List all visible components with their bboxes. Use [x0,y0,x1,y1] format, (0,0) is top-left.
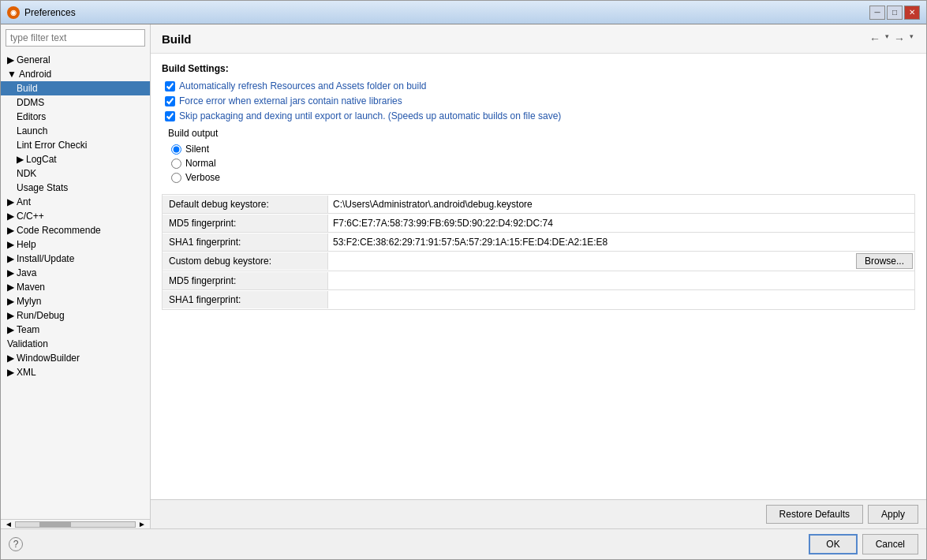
keystore-row-custom: Custom debug keystore: Browse... [163,252,914,271]
radio-normal-label[interactable]: Normal [185,158,216,169]
sidebar-item-label: Lint Error Checki [17,140,87,151]
sidebar-item-label: Install/Update [17,253,74,264]
force-error-checkbox[interactable] [165,96,175,106]
sidebar-item-logcat[interactable]: ▶ LogCat [1,152,150,166]
sidebar-item-cpp[interactable]: ▶ C/C++ [1,209,150,223]
title-bar: ◉ Preferences ─ □ ✕ [1,1,926,24]
sidebar-item-android[interactable]: ▼ Android [1,67,150,81]
sidebar-item-usage-stats[interactable]: Usage Stats [1,181,150,195]
build-output-title: Build output [168,128,915,139]
md5-value-custom [328,278,914,283]
help-button[interactable]: ? [9,537,23,551]
forward-icon[interactable]: → [892,31,906,47]
auto-refresh-label[interactable]: Automatically refresh Resources and Asse… [179,80,427,91]
sidebar-item-label: LogCat [26,154,57,165]
bottom-bar: ? OK Cancel [1,528,926,559]
sha1-label-custom: SHA1 fingerprint: [163,291,328,308]
skip-packaging-checkbox[interactable] [165,111,175,121]
sidebar-item-mylyn[interactable]: ▶ Mylyn [1,294,150,308]
sidebar-item-maven[interactable]: ▶ Maven [1,280,150,294]
scrollbar-track[interactable] [15,521,136,528]
sidebar-item-build[interactable]: Build [1,81,150,95]
tree-area: ▶ General ▼ Android Build DDMS Editors [1,51,150,519]
sidebar-item-label: Team [17,324,39,335]
custom-keystore-input[interactable] [328,253,854,269]
sidebar-item-editors[interactable]: Editors [1,110,150,124]
radio-row-verbose: Verbose [168,172,915,183]
expand-arrow: ▶ [17,154,24,165]
apply-button[interactable]: Apply [868,505,918,524]
sidebar-item-label: XML [17,367,36,378]
sidebar-item-install-update[interactable]: ▶ Install/Update [1,252,150,266]
sidebar-item-label: Java [17,267,36,278]
sidebar-scrollbar: ◄ ► [1,519,150,528]
sidebar-item-help[interactable]: ▶ Help [1,237,150,252]
preferences-dialog: ◉ Preferences ─ □ ✕ ▶ General ▼ Android [0,0,927,560]
sidebar-item-team[interactable]: ▶ Team [1,323,150,337]
sidebar-item-general[interactable]: ▶ General [1,53,150,67]
sidebar-item-label: WindowBuilder [17,353,80,364]
keystore-row-default: Default debug keystore: C:\Users\Adminis… [163,195,914,214]
md5-label-custom: MD5 fingerprint: [163,272,328,289]
sidebar-item-run-debug[interactable]: ▶ Run/Debug [1,308,150,323]
sidebar-item-ddms[interactable]: DDMS [1,95,150,110]
sidebar-item-label: Usage Stats [17,182,68,193]
build-output-section: Build output Silent Normal Verbose [162,128,915,183]
sidebar-item-label: Android [19,69,51,80]
radio-verbose-label[interactable]: Verbose [185,172,220,183]
sidebar-item-label: Build [17,83,38,94]
minimize-button[interactable]: ─ [869,6,885,20]
close-button[interactable]: ✕ [904,6,920,20]
restore-defaults-button[interactable]: Restore Defaults [766,505,863,524]
main-content: ▶ General ▼ Android Build DDMS Editors [1,24,926,528]
sidebar-item-java[interactable]: ▶ Java [1,266,150,280]
sidebar-item-xml[interactable]: ▶ XML [1,365,150,379]
forward-dropdown-icon[interactable]: ▾ [908,31,915,47]
scroll-left[interactable]: ◄ [2,520,15,528]
skip-packaging-label[interactable]: Skip packaging and dexing until export o… [179,110,561,121]
back-dropdown-icon[interactable]: ▾ [884,31,891,47]
expand-arrow: ▶ [7,282,14,293]
sidebar-item-label: Code Recommende [17,225,101,236]
checkbox-row-3: Skip packaging and dexing until export o… [162,110,915,121]
expand-arrow: ▶ [7,296,14,307]
sidebar-item-ant[interactable]: ▶ Ant [1,195,150,209]
expand-arrow: ▶ [7,353,14,364]
radio-silent[interactable] [171,144,181,155]
keystore-row-md5-default: MD5 fingerprint: F7:6C:E7:7A:58:73:99:FB… [163,214,914,233]
expand-arrow: ▶ [7,54,14,65]
sidebar-item-lint[interactable]: Lint Error Checki [1,138,150,152]
sidebar-item-validation[interactable]: Validation [1,337,150,351]
radio-verbose[interactable] [171,173,181,183]
maximize-button[interactable]: □ [887,6,903,20]
radio-row-silent: Silent [168,144,915,155]
sidebar-item-ndk[interactable]: NDK [1,166,150,181]
custom-keystore-label: Custom debug keystore: [163,252,328,270]
radio-silent-label[interactable]: Silent [185,144,209,155]
expand-arrow: ▼ [7,69,17,80]
browse-button[interactable]: Browse... [856,253,913,269]
radio-row-normal: Normal [168,158,915,169]
filter-input[interactable] [6,29,145,47]
expand-arrow: ▶ [7,239,14,250]
sidebar-item-label: Editors [17,111,46,122]
back-icon[interactable]: ← [868,31,882,47]
scroll-right[interactable]: ► [136,520,148,528]
keystore-section: Default debug keystore: C:\Users\Adminis… [162,194,915,310]
sidebar-item-code-recommendations[interactable]: ▶ Code Recommende [1,223,150,237]
cancel-button[interactable]: Cancel [862,534,918,554]
sidebar-item-label: Launch [17,125,47,136]
radio-normal[interactable] [171,159,181,169]
checkbox-row-2: Force error when external jars contain n… [162,95,915,106]
md5-value-default: F7:6C:E7:7A:58:73:99:FB:69:5D:90:22:D4:9… [328,215,914,231]
ok-button[interactable]: OK [809,534,857,554]
force-error-label[interactable]: Force error when external jars contain n… [179,95,402,106]
build-settings-title: Build Settings: [162,63,915,74]
page-title: Build [162,32,192,46]
sidebar-item-windowbuilder[interactable]: ▶ WindowBuilder [1,351,150,365]
sidebar-item-launch[interactable]: Launch [1,124,150,138]
sidebar-item-label: NDK [17,168,36,179]
auto-refresh-checkbox[interactable] [165,81,175,91]
sidebar-item-label: C/C++ [17,211,44,222]
sidebar: ▶ General ▼ Android Build DDMS Editors [1,24,151,528]
